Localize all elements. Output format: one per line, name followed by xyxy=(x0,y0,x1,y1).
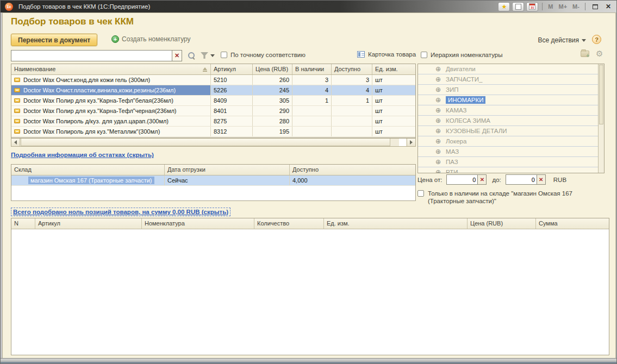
only-in-stock-checkbox[interactable] xyxy=(417,190,424,197)
column-header[interactable]: Ед. изм. xyxy=(372,64,415,74)
exact-match-option[interactable]: По точному соответствию xyxy=(221,52,306,58)
close-button[interactable]: ✕ xyxy=(603,3,613,10)
column-header[interactable]: Сумма xyxy=(536,218,609,229)
column-header[interactable]: Доступно xyxy=(290,165,415,175)
folder-add-icon[interactable] xyxy=(581,51,589,57)
all-actions-button[interactable]: Все действия xyxy=(538,36,586,44)
product-sku: 5210 xyxy=(211,75,253,85)
scrollbar-gap xyxy=(399,139,406,146)
scroll-right-button[interactable] xyxy=(407,139,415,146)
transfer-to-document-button[interactable]: Перенести в документ xyxy=(11,34,97,46)
memory-add-button[interactable]: M+ xyxy=(557,3,569,10)
expand-icon[interactable]: ⊕ xyxy=(435,66,441,72)
scrollbar-thumb[interactable] xyxy=(21,139,390,146)
product-row[interactable]: Doctor Wax Очист.конд.для кожи гель (300… xyxy=(11,75,415,85)
column-header[interactable]: Дата отгрузки xyxy=(165,165,290,175)
expand-icon[interactable]: ⊕ xyxy=(435,159,441,165)
exact-match-label: По точному соответствию xyxy=(230,52,306,58)
tree-item[interactable]: ⊕КУЗОВНЫЕ ДЕТАЛИ xyxy=(418,126,604,136)
tree-item[interactable]: ⊕Двигатели xyxy=(418,64,604,74)
column-header[interactable]: Количество xyxy=(254,218,324,229)
expand-icon[interactable]: ⊕ xyxy=(435,117,441,124)
column-header[interactable]: Доступно xyxy=(332,64,372,74)
product-name-cell: Doctor Wax Полироль для куз."Металлик"(3… xyxy=(11,127,211,136)
tree-item[interactable]: ⊕Локера xyxy=(418,136,604,147)
calendar-button[interactable]: 31 xyxy=(526,2,538,11)
stock-info-toggle-link[interactable]: Подробная информация об остатках (скрыть… xyxy=(11,152,154,158)
products-table-header: НаименованиеАртикулЦена (RUB)В наличииДо… xyxy=(11,64,415,75)
expand-icon[interactable]: ⊕ xyxy=(435,86,441,93)
tree-item[interactable]: ⊕ПАЗ xyxy=(418,157,604,167)
expand-icon[interactable]: ⊕ xyxy=(435,128,441,134)
clear-search-button[interactable]: ✕ xyxy=(172,50,182,61)
column-header[interactable]: Ед. изм. xyxy=(324,218,468,229)
horizontal-scrollbar[interactable] xyxy=(11,138,416,147)
column-header[interactable]: Цена (RUB) xyxy=(468,218,536,229)
gear-icon[interactable]: ⚙ xyxy=(596,49,603,59)
calculator-button[interactable] xyxy=(512,2,524,11)
expand-icon[interactable]: ⊕ xyxy=(435,169,441,173)
product-row[interactable]: Doctor Wax Полир для куз."Карна-Тефл"чер… xyxy=(11,106,415,116)
tree-item[interactable]: ⊕ЗАПЧАСТИ_ xyxy=(418,74,604,85)
column-header[interactable]: Наименование xyxy=(11,64,211,74)
product-row[interactable]: Doctor Wax Полироль для куз."Металлик"(3… xyxy=(11,127,415,137)
price-to-input[interactable] xyxy=(506,174,537,185)
product-name-cell: Doctor Wax Полироль д/куз. для удал.цара… xyxy=(11,116,211,126)
expand-icon[interactable]: ⊕ xyxy=(435,138,441,145)
titlebar: 1с Подбор товаров в чек ККМ (1С:Предприя… xyxy=(1,1,616,12)
clear-price-to-button[interactable]: ✕ xyxy=(537,174,546,185)
product-row[interactable]: Doctor Wax Очист.пластик,винила,кожи,рез… xyxy=(11,85,415,96)
calendar-icon: 31 xyxy=(529,3,535,10)
tree-item[interactable]: ⊕КАМАЗ xyxy=(418,105,604,116)
only-in-stock-option[interactable]: Только в наличии на складе "магазин Омск… xyxy=(417,190,597,205)
create-item-button[interactable]: + Создать номенклатуру xyxy=(111,35,191,43)
tree-item[interactable]: ⊕РТИ xyxy=(418,167,604,173)
favorites-button[interactable]: ★ xyxy=(498,2,510,11)
product-row[interactable]: Doctor Wax Полироль д/куз. для удал.цара… xyxy=(11,116,415,127)
stock-warehouse-cell: магазин Омская 167 (Тракторные запчасти) xyxy=(11,175,165,185)
help-button[interactable]: ? xyxy=(592,35,601,44)
stock-row[interactable]: магазин Омская 167 (Тракторные запчасти)… xyxy=(11,175,415,186)
product-available: 4 xyxy=(332,85,372,95)
search-box: ✕ xyxy=(11,50,182,61)
product-name: Doctor Wax Полир для куз."Карна-Тефл"бел… xyxy=(23,97,173,104)
expand-icon[interactable]: ⊕ xyxy=(435,107,441,114)
memory-subtract-button[interactable]: M- xyxy=(571,3,581,10)
search-icon[interactable] xyxy=(188,52,195,59)
price-from-input[interactable] xyxy=(446,174,478,185)
tree-item[interactable]: ⊕КОЛЕСА ЗИМА xyxy=(418,116,604,126)
tree-item[interactable]: ⊕ЗИП xyxy=(418,85,604,95)
column-header[interactable]: В наличии xyxy=(292,64,332,74)
maximize-button[interactable] xyxy=(589,2,601,11)
filter-button[interactable] xyxy=(201,52,215,59)
hierarchy-option[interactable]: Иерархия номенклатуры xyxy=(421,52,502,58)
product-row[interactable]: Doctor Wax Полир для куз."Карна-Тефл"бел… xyxy=(11,96,415,106)
products-table-body: Doctor Wax Очист.конд.для кожи гель (300… xyxy=(11,75,415,137)
tree-item-label: ПАЗ xyxy=(446,159,458,165)
tree-item[interactable]: ⊕МАЗ xyxy=(418,147,604,157)
search-input[interactable] xyxy=(11,50,172,61)
vertical-scrollbar[interactable] xyxy=(598,64,604,173)
column-header[interactable]: Артикул xyxy=(211,64,253,74)
column-header[interactable]: Цена (RUB) xyxy=(253,64,292,74)
exact-match-checkbox[interactable] xyxy=(221,52,227,58)
expand-icon[interactable]: ⊕ xyxy=(435,76,441,83)
selection-summary-link[interactable]: Всего подобрано ноль позиций товаров, на… xyxy=(11,208,230,216)
hierarchy-checkbox[interactable] xyxy=(421,52,427,58)
product-card-button[interactable]: Карточка товара xyxy=(357,51,416,58)
column-header[interactable]: Склад xyxy=(11,165,165,175)
product-sku: 8409 xyxy=(211,96,253,105)
clear-price-from-button[interactable]: ✕ xyxy=(478,174,487,185)
category-tree: ⊕Двигатели⊕ЗАПЧАСТИ_⊕ЗИП⊕ИНОМАРКИ⊕КАМАЗ⊕… xyxy=(417,64,604,173)
scroll-left-button[interactable] xyxy=(11,139,20,146)
tree-item[interactable]: ⊕ИНОМАРКИ xyxy=(418,95,604,105)
expand-icon[interactable]: ⊕ xyxy=(435,148,441,155)
column-header[interactable]: N xyxy=(11,218,35,229)
expand-icon[interactable]: ⊕ xyxy=(435,97,441,103)
column-header[interactable]: Артикул xyxy=(35,218,142,229)
memory-recall-button[interactable]: M xyxy=(546,3,554,10)
scrollbar-thumb[interactable] xyxy=(599,65,603,124)
product-name-cell: Doctor Wax Очист.пластик,винила,кожи,рез… xyxy=(11,85,211,95)
sort-icon[interactable] xyxy=(203,67,207,70)
column-header[interactable]: Номенклатура xyxy=(142,218,254,229)
